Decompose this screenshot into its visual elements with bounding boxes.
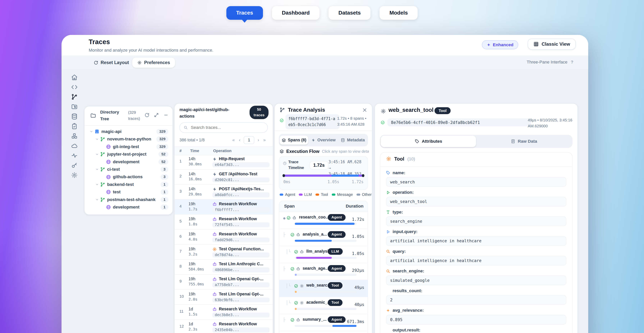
span-row-summary_[interactable]: ├summary_...Agent671.3ms xyxy=(279,314,368,331)
trace-row-3[interactable]: 314h29.0msPOST /Api/Nextjs-Tes...a8da0fc… xyxy=(174,185,273,199)
gear-icon xyxy=(300,284,304,288)
chevron-down-icon[interactable] xyxy=(95,198,99,201)
database-icon xyxy=(341,138,345,142)
rail-key-icon[interactable] xyxy=(71,162,78,169)
tree-item-backend-test[interactable]: backend-test1 xyxy=(84,181,172,188)
rail-database-icon[interactable] xyxy=(71,113,78,120)
traces-list-panel: magic-api/ci-test/github-actions 50 trac… xyxy=(174,103,273,333)
span-row-search_age[interactable]: ├search_age...Agent292μs xyxy=(279,263,368,280)
span-id-chip[interactable]: 8e76e5b6-4cff-4016-89e8-2dfa8bcb62f1 xyxy=(387,118,531,126)
trace-row-7[interactable]: 719h3.2sTest Openai Function...de78d74a.… xyxy=(174,245,273,259)
span-row-llm_analysis[interactable]: │└llm_analysis...LLM1.05s xyxy=(279,246,368,263)
trace-row-11[interactable]: 111d1.5sResearch Workflowdec3b8e3... xyxy=(174,305,273,319)
minimize-icon[interactable] xyxy=(164,113,168,118)
trace-row-8[interactable]: 819h584.0msTest Llm Anthropic C...486896… xyxy=(174,260,273,275)
span-bar-fill xyxy=(332,325,356,327)
rail-home-icon[interactable] xyxy=(71,74,78,81)
chevron-down-icon[interactable] xyxy=(95,167,99,171)
nav-tab-datasets[interactable]: Datasets xyxy=(328,6,370,20)
tree-item-count-badge: 52 xyxy=(158,159,168,164)
tree-item-postman-test-shashank[interactable]: postman-test-shashank1 xyxy=(84,196,172,203)
tree-item-jupyter-test-project[interactable]: jupyter-test-project52 xyxy=(84,151,172,158)
expand-icon[interactable] xyxy=(154,113,159,118)
trace-operation: Research Workflow xyxy=(219,202,270,206)
tree-item-development[interactable]: development52 xyxy=(84,158,172,166)
tree-item-count-badge: 329 xyxy=(156,136,168,142)
trace-row-1[interactable]: 114h30.0msHttp-Requeste64af3d3... xyxy=(174,155,273,170)
preferences-button[interactable]: Preferences xyxy=(132,58,175,68)
analysis-tab-overview[interactable]: Overview xyxy=(309,136,338,145)
tag-icon xyxy=(415,139,419,144)
span-detail-panel: web_search_tool Tool 8e76e5b6-4cff-4016-… xyxy=(374,103,578,333)
trace-row-12[interactable]: 121d2.3sResearch Workflow2435e04b... xyxy=(174,320,273,333)
close-icon[interactable] xyxy=(362,108,367,113)
trace-row-2[interactable]: 214h16.0msGET /Api/Hono-Testd2002c81... xyxy=(174,170,273,185)
next-page-button[interactable]: › xyxy=(256,138,261,143)
nav-tab-traces[interactable]: Traces xyxy=(226,6,263,20)
rail-settings-icon[interactable] xyxy=(71,172,78,178)
rail-git-branch-icon[interactable] xyxy=(71,94,78,100)
globe-icon xyxy=(106,159,111,164)
timeline-tick: 0ms xyxy=(283,180,290,184)
tree-item-git-integ-test[interactable]: git-integ-test329 xyxy=(84,143,172,150)
trace-analysis-panel: Trace Analysis f6bffff7-bd3d-4f71-aeb5-0… xyxy=(274,103,372,333)
chevron-down-icon[interactable] xyxy=(90,130,93,133)
trace-operation: Test Llm Openai Gpt-... xyxy=(219,292,270,296)
enhanced-badge[interactable]: Enhanced xyxy=(482,40,518,49)
trace-row-5[interactable]: 519h1.8sResearch Workflow72f4f545... xyxy=(174,215,273,230)
span-bar-fill xyxy=(295,274,297,276)
search-traces-input[interactable] xyxy=(190,125,264,130)
span-row-academic_[interactable]: │└academic_...Tool40μs xyxy=(279,297,368,314)
bot-icon xyxy=(292,216,296,220)
tree-item-magic-api[interactable]: magic-api329 xyxy=(84,128,172,135)
classic-view-button[interactable]: Classic View xyxy=(528,39,576,50)
trace-row-6[interactable]: 619h4.0sResearch Workflowfadd29d6... xyxy=(174,230,273,245)
span-bar-track xyxy=(295,325,356,327)
span-row-web_searc[interactable]: │└web_searc...Tool49μs xyxy=(279,280,368,297)
preferences-label: Preferences xyxy=(144,60,170,65)
nav-tab-dashboard[interactable]: Dashboard xyxy=(272,6,320,20)
rail-clipboard-check-icon[interactable] xyxy=(71,123,78,130)
reset-layout-button[interactable]: Reset Layout xyxy=(89,58,134,68)
column-number: # xyxy=(174,149,190,153)
span-row-analysis_a[interactable]: ├analysis_a...Agent1.05s xyxy=(279,229,368,246)
trace-id-chip[interactable]: f6bffff7-bd3d-4f71-aeb5-0cec3c1c7d66 xyxy=(286,114,340,129)
chevron-down-icon[interactable] xyxy=(95,183,99,186)
rail-folder-search-icon[interactable] xyxy=(71,103,78,110)
detail-tab-attributes[interactable]: Attributes xyxy=(381,136,476,147)
timeline-bar[interactable] xyxy=(283,175,364,177)
refresh-icon[interactable] xyxy=(144,113,150,118)
reset-layout-label: Reset Layout xyxy=(100,60,129,65)
chevron-down-icon[interactable] xyxy=(95,153,99,156)
span-type-badge: Tool xyxy=(434,107,450,114)
rail-activity-icon[interactable] xyxy=(71,152,78,159)
page-number-input[interactable]: 1 xyxy=(244,136,254,144)
trace-row-4[interactable]: 419h1.7sResearch Workflowf6bffff7... xyxy=(174,199,273,214)
analysis-tab-metadata[interactable]: Metadata xyxy=(338,136,367,145)
rail-code-icon[interactable] xyxy=(71,84,78,90)
tree-item-test[interactable]: test1 xyxy=(84,188,172,196)
first-page-button[interactable]: « xyxy=(230,138,237,143)
tree-item-noveum-trace-python[interactable]: noveum-trace-python329 xyxy=(84,135,172,143)
chevron-down-icon[interactable] xyxy=(95,137,99,141)
tree-item-count-badge: 1 xyxy=(160,197,168,202)
tool-gear-icon xyxy=(386,156,392,162)
help-icon[interactable]: ? xyxy=(571,60,574,65)
tree-item-development[interactable]: development1 xyxy=(84,203,172,211)
prev-page-button[interactable]: ‹ xyxy=(237,138,242,143)
rail-boxes-icon[interactable] xyxy=(71,133,78,139)
last-page-button[interactable]: » xyxy=(261,138,268,143)
tree-item-ci-test[interactable]: ci-test3 xyxy=(84,166,172,173)
attribute-key: input.query: xyxy=(386,229,566,235)
analysis-tab-spans-[interactable]: Spans (8) xyxy=(280,136,308,145)
tree-item-github-actions[interactable]: github-actions3 xyxy=(84,173,172,181)
trace-row-10[interactable]: 1019h2.0sTest Llm Openai Gpt-...63bc9bf6… xyxy=(174,290,273,305)
span-row-research_coo[interactable]: research_coo...Agent1.72s xyxy=(279,212,368,229)
collapse-dot[interactable] xyxy=(283,217,286,219)
span-row-llm_summa[interactable]: │└llm_summa...LLM671.0ms xyxy=(279,331,368,333)
nav-tab-models[interactable]: Models xyxy=(380,6,418,20)
trace-row-9[interactable]: 919h755.0msTest Llm Openai Gpt-...a7758e… xyxy=(174,275,273,290)
rail-cloud-icon[interactable] xyxy=(71,143,78,149)
detail-tab-raw-data[interactable]: Raw Data xyxy=(476,136,572,147)
trace-duration: 30.0ms xyxy=(188,162,202,166)
